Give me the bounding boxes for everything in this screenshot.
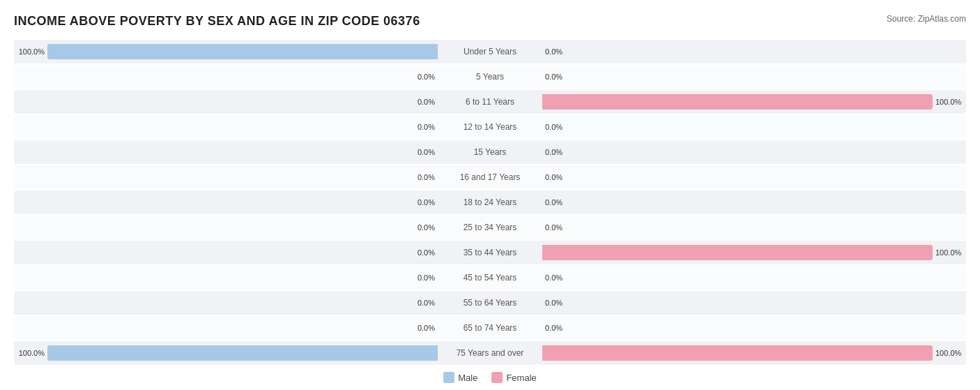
age-group-label: 5 Years <box>438 72 542 82</box>
male-value: 0.0% <box>418 173 435 181</box>
female-swatch <box>491 372 503 383</box>
bar-row: 0.0%65 to 74 Years0.0% <box>14 316 966 340</box>
age-group-label: 18 to 24 Years <box>438 197 542 207</box>
female-value: 0.0% <box>545 173 562 181</box>
age-group-label: 6 to 11 Years <box>438 97 542 107</box>
male-value: 0.0% <box>418 98 435 106</box>
bar-row: 0.0%25 to 34 Years0.0% <box>14 216 966 239</box>
age-group-label: 25 to 34 Years <box>438 223 542 232</box>
chart-title: INCOME ABOVE POVERTY BY SEX AND AGE IN Z… <box>14 14 420 29</box>
bar-row: 0.0%55 to 64 Years0.0% <box>14 291 966 315</box>
male-value: 0.0% <box>418 273 435 282</box>
female-bar <box>542 245 933 260</box>
chart-body: 100.0%Under 5 Years0.0%0.0%5 Years0.0%0.… <box>14 40 966 365</box>
female-bar <box>542 345 933 361</box>
chart-container: INCOME ABOVE POVERTY BY SEX AND AGE IN Z… <box>14 14 966 383</box>
bar-row: 0.0%45 to 54 Years0.0% <box>14 266 966 290</box>
female-value: 0.0% <box>545 123 562 131</box>
male-bar <box>47 345 438 361</box>
male-value: 0.0% <box>418 299 435 307</box>
male-value: 0.0% <box>418 148 435 156</box>
bar-row: 0.0%12 to 14 Years0.0% <box>14 115 966 139</box>
male-value: 0.0% <box>418 223 435 232</box>
bar-row: 100.0%75 Years and over100.0% <box>14 341 966 365</box>
bar-row: 100.0%Under 5 Years0.0% <box>14 40 966 63</box>
age-group-label: 16 and 17 Years <box>438 172 542 182</box>
male-value: 100.0% <box>19 349 45 357</box>
female-value: 0.0% <box>545 299 562 307</box>
bar-row: 0.0%5 Years0.0% <box>14 65 966 89</box>
male-value: 100.0% <box>19 47 45 56</box>
legend-male: Male <box>443 372 477 383</box>
male-value: 0.0% <box>418 198 435 207</box>
age-group-label: 12 to 14 Years <box>438 122 542 132</box>
chart-header: INCOME ABOVE POVERTY BY SEX AND AGE IN Z… <box>14 14 966 29</box>
age-group-label: 65 to 74 Years <box>438 323 542 333</box>
female-value: 100.0% <box>935 248 961 257</box>
female-value: 0.0% <box>545 223 562 232</box>
bar-row: 0.0%6 to 11 Years100.0% <box>14 90 966 114</box>
age-group-label: 35 to 44 Years <box>438 248 542 257</box>
female-value: 0.0% <box>545 198 562 207</box>
female-value: 0.0% <box>545 273 562 282</box>
bar-row: 0.0%16 and 17 Years0.0% <box>14 165 966 189</box>
female-value: 0.0% <box>545 73 562 81</box>
legend-female: Female <box>491 372 536 383</box>
male-swatch <box>443 372 454 383</box>
bar-row: 0.0%35 to 44 Years100.0% <box>14 241 966 264</box>
male-bar <box>47 44 438 59</box>
age-group-label: 15 Years <box>438 147 542 157</box>
chart-source: Source: ZipAtlas.com <box>887 14 966 24</box>
bar-row: 0.0%18 to 24 Years0.0% <box>14 190 966 214</box>
female-value: 0.0% <box>545 148 562 156</box>
male-value: 0.0% <box>418 324 435 332</box>
female-value: 0.0% <box>545 324 562 332</box>
age-group-label: 55 to 64 Years <box>438 298 542 308</box>
male-label: Male <box>458 373 477 383</box>
age-group-label: Under 5 Years <box>438 47 542 57</box>
age-group-label: 75 Years and over <box>438 348 542 358</box>
female-label: Female <box>506 373 536 383</box>
female-bar <box>542 94 933 110</box>
male-value: 0.0% <box>418 73 435 81</box>
female-value: 100.0% <box>935 349 961 357</box>
female-value: 100.0% <box>935 98 961 106</box>
age-group-label: 45 to 54 Years <box>438 273 542 283</box>
male-value: 0.0% <box>418 248 435 257</box>
bar-row: 0.0%15 Years0.0% <box>14 140 966 164</box>
male-value: 0.0% <box>418 123 435 131</box>
female-value: 0.0% <box>545 47 562 56</box>
chart-legend: Male Female <box>14 372 966 383</box>
